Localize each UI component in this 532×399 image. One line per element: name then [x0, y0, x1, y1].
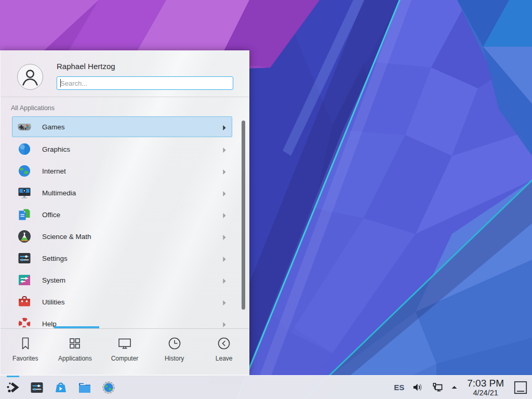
tab-favorites[interactable]: Favorites [1, 329, 50, 376]
category-item-internet[interactable]: Internet [12, 160, 232, 182]
show-desktop-icon[interactable] [513, 380, 528, 395]
category-label: Multimedia [42, 189, 76, 197]
digital-clock[interactable]: 7:03 PM 4/24/21 [467, 378, 504, 397]
volume-icon[interactable] [411, 381, 423, 393]
applications-icon [67, 336, 83, 351]
leave-icon [216, 336, 232, 351]
tab-label: Leave [216, 355, 233, 362]
category-item-system[interactable]: System [12, 269, 232, 291]
network-icon[interactable] [431, 381, 444, 394]
submenu-arrow-icon [222, 321, 227, 327]
tab-label: History [165, 355, 184, 362]
submenu-arrow-icon [222, 146, 227, 152]
category-item-multimedia[interactable]: Multimedia [12, 182, 232, 204]
tab-computer[interactable]: Computer [100, 329, 150, 376]
history-icon [167, 336, 182, 351]
graphics-icon [17, 142, 32, 156]
scrollbar[interactable] [242, 121, 245, 310]
submenu-arrow-icon [222, 190, 227, 196]
submenu-arrow-icon [222, 277, 227, 283]
tab-applications[interactable]: Applications [50, 329, 100, 376]
user-name: Raphael Hertzog [57, 62, 115, 71]
submenu-arrow-icon [222, 211, 227, 218]
category-list: Games Graphics Internet Multimedia Offic… [12, 116, 232, 327]
category-item-science-math[interactable]: Science & Math [12, 225, 232, 247]
browser-icon [101, 380, 116, 395]
system-tray: ES 7:03 PM [394, 378, 532, 397]
user-avatar[interactable] [17, 64, 43, 90]
category-item-settings[interactable]: Settings [12, 247, 232, 269]
submenu-arrow-icon [222, 124, 227, 130]
category-label: Settings [42, 255, 68, 262]
tab-history[interactable]: History [150, 329, 200, 376]
submenu-arrow-icon [222, 255, 227, 261]
search-input[interactable] [57, 77, 233, 89]
taskbar-launcher-system-settings[interactable] [25, 376, 49, 399]
settings-icon [30, 380, 44, 395]
science-icon [17, 229, 32, 244]
category-label: System [42, 276, 65, 284]
taskbar-panel: ES 7:03 PM [0, 375, 532, 399]
taskbar-launcher-discover[interactable] [49, 376, 73, 399]
discover-icon [54, 380, 68, 395]
submenu-arrow-icon [222, 168, 227, 174]
tab-label: Applications [58, 355, 92, 362]
category-label: Utilities [42, 298, 65, 306]
gamepad-icon [17, 119, 32, 134]
desktop: Raphael Hertzog All Applications Games G… [0, 0, 532, 399]
keyboard-layout-indicator[interactable]: ES [394, 383, 404, 392]
launcher-tab-bar: Favorites Applications Computer History … [1, 329, 249, 376]
tab-label: Computer [111, 355, 139, 362]
submenu-arrow-icon [222, 233, 227, 240]
globe-icon [17, 164, 32, 178]
settings-icon [17, 251, 32, 265]
category-item-utilities[interactable]: Utilities [12, 291, 232, 313]
submenu-arrow-icon [222, 299, 227, 305]
clock-time: 7:03 PM [467, 378, 504, 388]
computer-icon [117, 336, 132, 351]
launcher-header: Raphael Hertzog [1, 51, 249, 97]
category-label: Office [42, 211, 60, 219]
tab-leave[interactable]: Leave [199, 329, 249, 376]
search-field [57, 76, 233, 90]
tab-label: Favorites [12, 355, 38, 362]
taskbar-launcher-web-browser[interactable] [97, 376, 121, 399]
system-icon [17, 273, 32, 287]
text-caret [60, 79, 61, 87]
kickoff-icon [6, 380, 20, 395]
utilities-icon [17, 295, 32, 309]
office-icon [17, 207, 32, 222]
category-label: Internet [42, 167, 66, 175]
taskbar-launchers [0, 376, 121, 399]
expand-tray-icon[interactable] [451, 384, 458, 391]
category-label: Science & Math [42, 233, 91, 241]
clock-date: 4/24/21 [467, 389, 504, 397]
folder-icon [77, 380, 92, 395]
section-label: All Applications [11, 104, 55, 112]
help-icon [17, 316, 32, 327]
category-item-office[interactable]: Office [12, 204, 232, 225]
taskbar-launcher-application-launcher[interactable] [1, 376, 25, 399]
category-label: Games [42, 123, 65, 131]
header-divider [1, 97, 249, 97]
category-item-help[interactable]: Help [12, 313, 232, 327]
category-item-games[interactable]: Games [12, 116, 232, 137]
multimedia-icon [17, 185, 32, 200]
application-launcher-popup: Raphael Hertzog All Applications Games G… [0, 50, 249, 375]
taskbar-launcher-file-manager[interactable] [73, 376, 97, 399]
favorites-icon [18, 336, 33, 351]
category-label: Graphics [42, 145, 70, 153]
category-item-graphics[interactable]: Graphics [12, 138, 232, 160]
active-tab-indicator [54, 326, 99, 328]
active-launcher-indicator [7, 376, 19, 377]
